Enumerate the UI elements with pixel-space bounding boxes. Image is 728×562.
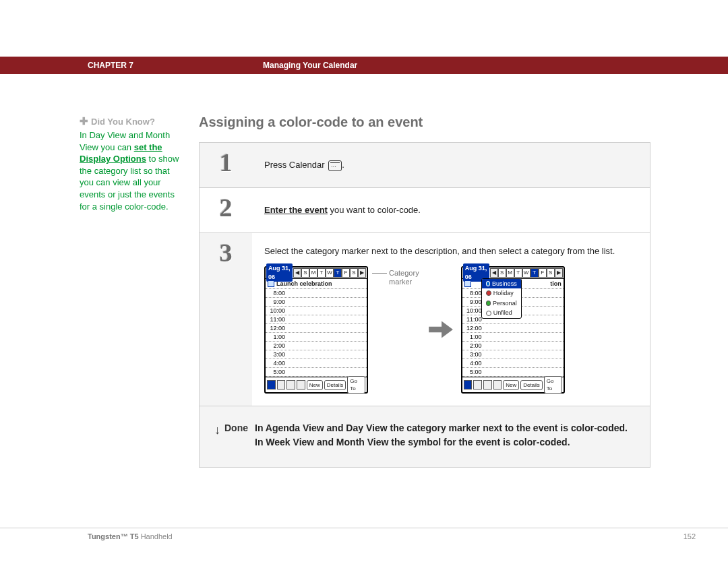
new-button: New <box>307 380 323 390</box>
step-3-text: Select the category marker next to the d… <box>264 245 638 257</box>
day-picker: ◀ S M T W T F S <box>490 268 563 278</box>
category-popup: Business Holiday Personal Unfiled <box>481 278 522 319</box>
popup-option: Business <box>482 279 521 289</box>
page-footer: Tungsten™ T5 Handheld 152 <box>0 528 728 540</box>
arrow-right-icon <box>426 315 454 344</box>
page-number: 152 <box>684 532 696 540</box>
view-icon <box>267 380 276 389</box>
view-icon <box>483 380 492 389</box>
step-1: 1 Press Calendar . <box>200 143 650 187</box>
done-text: In Agenda View and Day View the category… <box>255 421 635 449</box>
popup-option: Personal <box>482 299 521 309</box>
prev-arrow-icon: ◀ <box>293 268 301 278</box>
next-arrow-icon: ▶ <box>358 268 366 278</box>
handheld-screenshot-before: Aug 31, 06 ◀ S M T W T <box>264 266 368 394</box>
view-icon <box>277 380 286 389</box>
prev-arrow-icon: ◀ <box>490 268 498 278</box>
chapter-header: CHAPTER 7 Managing Your Calendar <box>0 57 728 74</box>
handheld-toolbar: New Details Go To <box>462 377 564 392</box>
view-icon <box>493 380 502 389</box>
down-arrow-icon: ↓ <box>214 421 220 439</box>
view-icon <box>286 380 295 389</box>
dyk-heading: Did You Know? <box>91 117 155 127</box>
enter-event-link[interactable]: Enter the event <box>264 205 328 215</box>
product-name: Tungsten™ T5 Handheld <box>88 532 173 540</box>
step-1-text: Press Calendar . <box>252 143 650 187</box>
step-number: 1 <box>220 150 233 175</box>
steps-container: 1 Press Calendar . 2 Enter the event you… <box>199 142 650 468</box>
step-number: 2 <box>220 195 233 220</box>
category-marker-label: Category marker <box>372 269 419 286</box>
view-icon <box>473 380 482 389</box>
new-button: New <box>503 380 519 390</box>
details-button: Details <box>520 380 542 390</box>
details-button: Details <box>324 380 346 390</box>
step-number: 3 <box>220 240 233 266</box>
category-marker-icon <box>268 280 274 287</box>
view-icon <box>464 380 473 389</box>
handheld-toolbar: New Details Go To <box>266 377 367 392</box>
section-heading: Assigning a color-code to an event <box>199 115 650 130</box>
chapter-title: Managing Your Calendar <box>263 61 357 70</box>
done-row: ↓Done In Agenda View and Day View the ca… <box>200 406 650 467</box>
chapter-number: CHAPTER 7 <box>0 61 263 70</box>
dyk-body: In Day View and Month View you can set t… <box>80 129 185 212</box>
view-icon <box>297 380 305 389</box>
next-arrow-icon: ▶ <box>555 268 563 278</box>
step-3: 3 Select the category marker next to the… <box>200 232 650 406</box>
popup-option: Unfiled <box>482 308 521 318</box>
plus-icon: ✚ <box>80 115 88 127</box>
category-marker-icon <box>464 280 471 287</box>
event-row: Launch celebration <box>266 279 367 290</box>
popup-option: Holiday <box>482 288 521 299</box>
sidebar-did-you-know: ✚Did You Know? In Day View and Month Vie… <box>0 115 185 468</box>
goto-button: Go To <box>347 376 365 394</box>
calendar-button-icon <box>328 160 342 171</box>
goto-button: Go To <box>544 376 562 394</box>
day-picker: ◀ S M T W T F S <box>293 268 366 278</box>
done-label: ↓Done <box>214 421 255 449</box>
step-2: 2 Enter the event you want to color-code… <box>200 187 650 232</box>
step-2-text: Enter the event you want to color-code. <box>252 188 650 232</box>
